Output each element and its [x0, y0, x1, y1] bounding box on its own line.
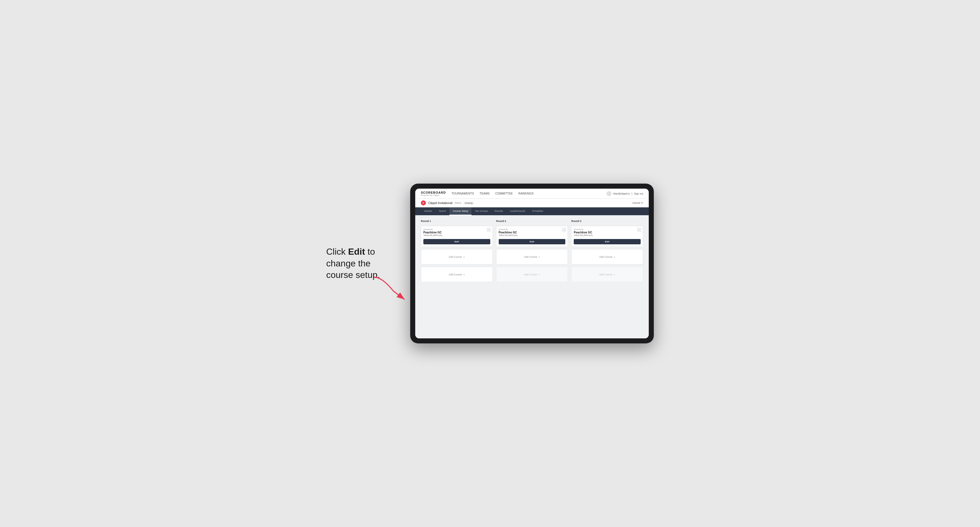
- tournament-title: Clippd Invitational: [428, 201, 452, 205]
- round-2-course-name: Peachtree GC: [499, 231, 566, 234]
- round-2-add-course-text-2: Add Course +: [524, 273, 540, 276]
- nav-rankings[interactable]: RANKINGS: [518, 192, 534, 195]
- hosting-badge: Hosting: [463, 202, 474, 205]
- plus-icon-1: +: [463, 255, 465, 259]
- avatar: [606, 191, 611, 196]
- round-2-add-course-1[interactable]: Add Course +: [496, 249, 568, 265]
- plus-icon-5: +: [614, 255, 615, 259]
- plus-icon-4: +: [538, 273, 540, 276]
- round-2-edit-button[interactable]: Edit: [499, 239, 566, 244]
- round-2-course-card: ☐ (Course A) Peachtree GC Yellow (M) (66…: [496, 226, 568, 247]
- round-2-course-tag: (Course A): [499, 229, 566, 230]
- round-3-add-course-text-2: Add Course +: [599, 273, 616, 276]
- cancel-button[interactable]: Cancel ✕: [632, 202, 643, 204]
- instruction-prefix: Click: [326, 246, 348, 257]
- round-1-add-course-text-2: Add Course +: [449, 273, 465, 276]
- round-3-label: Round 3: [571, 220, 643, 222]
- tab-leaderboards[interactable]: Leaderboards: [506, 207, 529, 215]
- sub-header: C Clippd Invitational (Men) Hosting Canc…: [415, 199, 649, 207]
- page-wrapper: Click Edit tochange thecourse setup. SCO…: [0, 172, 980, 355]
- plus-icon-6: +: [614, 273, 615, 276]
- tab-course-setup[interactable]: Course Setup: [449, 207, 471, 215]
- round-1-column: Round 1 ☐ (Course A) Peachtree GC Yellow…: [421, 220, 493, 282]
- top-nav: SCOREBOARD Powered by clippd TOURNAMENTS…: [415, 189, 649, 199]
- round-3-add-course-1[interactable]: Add Course +: [571, 249, 643, 265]
- tab-details[interactable]: Details: [421, 207, 435, 215]
- nav-teams[interactable]: TEAMS: [480, 192, 490, 195]
- round-2-add-course-text-1: Add Course +: [524, 255, 540, 259]
- logo-subtitle: Powered by clippd: [421, 194, 446, 196]
- round-1-course-tag: (Course A): [423, 229, 490, 230]
- tab-printables[interactable]: Printables: [529, 207, 547, 215]
- round-1-add-course-1[interactable]: Add Course +: [421, 249, 493, 265]
- round-3-delete-icon[interactable]: ☐: [637, 228, 641, 232]
- round-1-edit-button[interactable]: Edit: [423, 239, 490, 244]
- round-3-add-course-text-1: Add Course +: [599, 255, 616, 259]
- nav-separator: |: [632, 192, 632, 195]
- round-3-course-card: ☐ (Course A) Peachtree GC Yellow (M) (66…: [571, 226, 643, 247]
- round-1-add-course-text-1: Add Course +: [449, 255, 465, 259]
- cancel-label: Cancel: [632, 202, 640, 204]
- round-2-delete-icon[interactable]: ☐: [562, 228, 566, 232]
- plus-icon-3: +: [538, 255, 540, 259]
- arrow-indicator: [371, 274, 416, 306]
- round-1-course-name: Peachtree GC: [423, 231, 490, 234]
- tablet-screen: SCOREBOARD Powered by clippd TOURNAMENTS…: [415, 189, 649, 338]
- instruction-highlight: Edit: [348, 246, 365, 257]
- nav-committee[interactable]: COMMITTEE: [495, 192, 513, 195]
- nav-tournaments[interactable]: TOURNAMENTS: [451, 192, 474, 195]
- sign-out-link[interactable]: Sign out: [634, 192, 643, 195]
- rounds-grid: Round 1 ☐ (Course A) Peachtree GC Yellow…: [421, 220, 643, 282]
- tab-teams[interactable]: Teams: [435, 207, 450, 215]
- plus-icon-2: +: [463, 273, 465, 276]
- round-3-course-tag: (Course A): [574, 229, 641, 230]
- round-2-column: Round 2 ☐ (Course A) Peachtree GC Yellow…: [496, 220, 568, 282]
- round-1-course-card: ☐ (Course A) Peachtree GC Yellow (M) (66…: [421, 226, 493, 247]
- cancel-icon: ✕: [641, 202, 643, 204]
- tab-tee-groups[interactable]: Tee Groups: [471, 207, 492, 215]
- round-1-label: Round 1: [421, 220, 493, 222]
- round-3-course-name: Peachtree GC: [574, 231, 641, 234]
- round-3-column: Round 3 ☐ (Course A) Peachtree GC Yellow…: [571, 220, 643, 282]
- main-content: Round 1 ☐ (Course A) Peachtree GC Yellow…: [415, 215, 649, 338]
- round-3-course-details: Yellow (M) (6629 yds): [574, 234, 641, 236]
- nav-right: blair@clippd.io | Sign out: [606, 191, 643, 196]
- round-2-label: Round 2: [496, 220, 568, 222]
- round-3-add-course-2: Add Course +: [571, 267, 643, 282]
- logo-title: SCOREBOARD: [421, 191, 446, 194]
- round-1-course-details: Yellow (M) (6629 yds): [423, 234, 490, 236]
- c-logo: C: [421, 200, 426, 205]
- tab-results[interactable]: Results: [492, 207, 506, 215]
- user-email: blair@clippd.io: [613, 192, 630, 195]
- gender-badge: (Men): [455, 202, 461, 204]
- round-3-edit-button[interactable]: Edit: [574, 239, 641, 244]
- logo-area: SCOREBOARD Powered by clippd: [421, 191, 446, 196]
- round-1-add-course-2[interactable]: Add Course +: [421, 267, 493, 282]
- round-2-course-details: Yellow (M) (6629 yds): [499, 234, 566, 236]
- round-1-delete-icon[interactable]: ☐: [487, 228, 491, 232]
- tab-bar: Details Teams Course Setup Tee Groups Re…: [415, 207, 649, 215]
- round-2-add-course-2: Add Course +: [496, 267, 568, 282]
- nav-links: TOURNAMENTS TEAMS COMMITTEE RANKINGS: [451, 192, 534, 195]
- tournament-name: C Clippd Invitational (Men) Hosting: [421, 200, 474, 205]
- tablet-frame: SCOREBOARD Powered by clippd TOURNAMENTS…: [410, 184, 654, 343]
- nav-left: SCOREBOARD Powered by clippd TOURNAMENTS…: [421, 191, 534, 196]
